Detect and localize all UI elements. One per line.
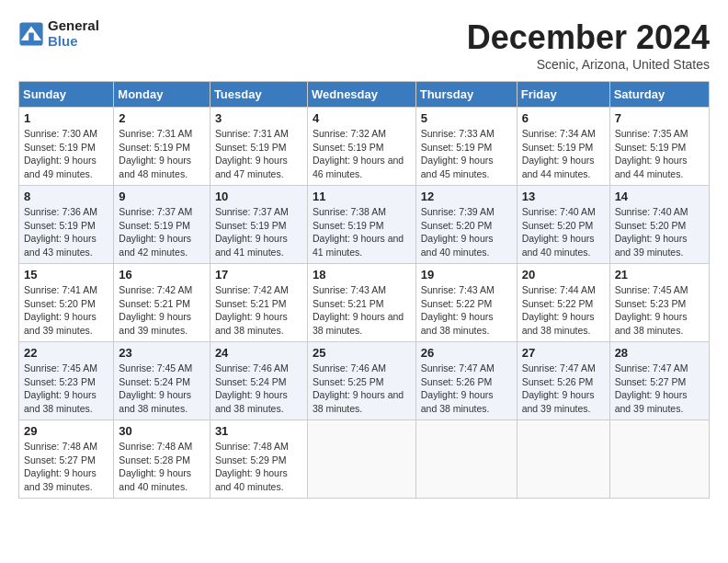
calendar-cell: 28 Sunrise: 7:47 AMSunset: 5:27 PMDaylig… <box>609 342 709 420</box>
day-info: Sunrise: 7:45 AMSunset: 5:23 PMDaylight:… <box>24 362 108 416</box>
day-info: Sunrise: 7:33 AMSunset: 5:19 PMDaylight:… <box>421 127 512 181</box>
day-number: 30 <box>119 424 205 438</box>
calendar-table: SundayMondayTuesdayWednesdayThursdayFrid… <box>18 81 710 499</box>
calendar-cell: 11 Sunrise: 7:38 AMSunset: 5:19 PMDaylig… <box>307 186 415 264</box>
day-info: Sunrise: 7:45 AMSunset: 5:24 PMDaylight:… <box>119 362 205 416</box>
calendar-cell: 3 Sunrise: 7:31 AMSunset: 5:19 PMDayligh… <box>210 108 307 186</box>
day-info: Sunrise: 7:34 AMSunset: 5:19 PMDaylight:… <box>522 127 605 181</box>
day-info: Sunrise: 7:37 AMSunset: 5:19 PMDaylight:… <box>215 205 302 259</box>
day-info: Sunrise: 7:47 AMSunset: 5:26 PMDaylight:… <box>522 362 605 416</box>
calendar-cell: 21 Sunrise: 7:45 AMSunset: 5:23 PMDaylig… <box>609 264 709 342</box>
month-title: December 2024 <box>467 18 710 57</box>
week-row-5: 29 Sunrise: 7:48 AMSunset: 5:27 PMDaylig… <box>19 420 710 499</box>
calendar-cell: 25 Sunrise: 7:46 AMSunset: 5:25 PMDaylig… <box>307 342 415 420</box>
day-info: Sunrise: 7:30 AMSunset: 5:19 PMDaylight:… <box>24 127 108 181</box>
day-info: Sunrise: 7:32 AMSunset: 5:19 PMDaylight:… <box>313 127 411 181</box>
calendar-cell: 22 Sunrise: 7:45 AMSunset: 5:23 PMDaylig… <box>19 342 114 420</box>
day-info: Sunrise: 7:47 AMSunset: 5:27 PMDaylight:… <box>615 362 704 416</box>
day-header-wednesday: Wednesday <box>307 82 415 108</box>
day-info: Sunrise: 7:43 AMSunset: 5:21 PMDaylight:… <box>313 283 411 338</box>
day-info: Sunrise: 7:46 AMSunset: 5:24 PMDaylight:… <box>215 362 302 416</box>
day-info: Sunrise: 7:43 AMSunset: 5:22 PMDaylight:… <box>421 283 512 338</box>
logo-icon <box>18 21 44 47</box>
calendar-cell: 29 Sunrise: 7:48 AMSunset: 5:27 PMDaylig… <box>19 420 114 499</box>
calendar-cell <box>609 420 709 499</box>
day-number: 9 <box>119 190 205 203</box>
calendar-cell: 31 Sunrise: 7:48 AMSunset: 5:29 PMDaylig… <box>210 420 307 499</box>
day-info: Sunrise: 7:44 AMSunset: 5:22 PMDaylight:… <box>522 283 605 338</box>
day-number: 23 <box>119 346 205 360</box>
day-number: 20 <box>522 268 605 282</box>
day-info: Sunrise: 7:39 AMSunset: 5:20 PMDaylight:… <box>421 205 512 259</box>
day-number: 26 <box>421 346 512 360</box>
day-number: 10 <box>215 190 302 203</box>
day-number: 27 <box>522 346 605 360</box>
calendar-cell: 17 Sunrise: 7:42 AMSunset: 5:21 PMDaylig… <box>210 264 307 342</box>
day-number: 25 <box>313 346 411 360</box>
day-info: Sunrise: 7:48 AMSunset: 5:27 PMDaylight:… <box>24 440 108 494</box>
day-number: 1 <box>24 111 108 125</box>
day-header-sunday: Sunday <box>19 82 114 108</box>
calendar-cell: 23 Sunrise: 7:45 AMSunset: 5:24 PMDaylig… <box>114 342 210 420</box>
calendar-cell: 4 Sunrise: 7:32 AMSunset: 5:19 PMDayligh… <box>307 108 415 186</box>
calendar-cell: 8 Sunrise: 7:36 AMSunset: 5:19 PMDayligh… <box>19 186 114 264</box>
calendar-cell <box>415 420 517 499</box>
logo-text: General Blue <box>48 18 99 49</box>
day-number: 28 <box>615 346 704 360</box>
day-number: 31 <box>215 424 302 438</box>
day-number: 19 <box>421 268 512 282</box>
day-number: 5 <box>421 111 512 125</box>
day-number: 17 <box>215 268 302 282</box>
day-number: 6 <box>522 111 605 125</box>
day-info: Sunrise: 7:37 AMSunset: 5:19 PMDaylight:… <box>119 205 205 259</box>
day-header-thursday: Thursday <box>415 82 517 108</box>
calendar-cell: 10 Sunrise: 7:37 AMSunset: 5:19 PMDaylig… <box>210 186 307 264</box>
day-header-saturday: Saturday <box>609 82 709 108</box>
calendar-cell: 27 Sunrise: 7:47 AMSunset: 5:26 PMDaylig… <box>517 342 609 420</box>
calendar-cell: 13 Sunrise: 7:40 AMSunset: 5:20 PMDaylig… <box>517 186 609 264</box>
day-number: 3 <box>215 111 302 125</box>
calendar-cell: 2 Sunrise: 7:31 AMSunset: 5:19 PMDayligh… <box>114 108 210 186</box>
calendar-cell: 26 Sunrise: 7:47 AMSunset: 5:26 PMDaylig… <box>415 342 517 420</box>
day-number: 12 <box>421 190 512 203</box>
calendar-cell: 16 Sunrise: 7:42 AMSunset: 5:21 PMDaylig… <box>114 264 210 342</box>
day-number: 8 <box>24 190 108 203</box>
calendar-cell: 14 Sunrise: 7:40 AMSunset: 5:20 PMDaylig… <box>609 186 709 264</box>
day-info: Sunrise: 7:41 AMSunset: 5:20 PMDaylight:… <box>24 283 108 338</box>
day-info: Sunrise: 7:48 AMSunset: 5:28 PMDaylight:… <box>119 440 205 494</box>
day-number: 14 <box>615 190 704 203</box>
logo: General Blue <box>18 18 99 49</box>
day-header-tuesday: Tuesday <box>210 82 307 108</box>
week-row-3: 15 Sunrise: 7:41 AMSunset: 5:20 PMDaylig… <box>19 264 710 342</box>
day-number: 29 <box>24 424 108 438</box>
day-header-friday: Friday <box>517 82 609 108</box>
page-header: General Blue December 2024 Scenic, Arizo… <box>18 18 710 72</box>
calendar-body: 1 Sunrise: 7:30 AMSunset: 5:19 PMDayligh… <box>19 108 710 499</box>
day-number: 2 <box>119 111 205 125</box>
calendar-cell: 15 Sunrise: 7:41 AMSunset: 5:20 PMDaylig… <box>19 264 114 342</box>
calendar-cell: 7 Sunrise: 7:35 AMSunset: 5:19 PMDayligh… <box>609 108 709 186</box>
day-number: 11 <box>313 190 411 203</box>
day-number: 13 <box>522 190 605 203</box>
day-info: Sunrise: 7:31 AMSunset: 5:19 PMDaylight:… <box>215 127 302 181</box>
day-number: 16 <box>119 268 205 282</box>
title-section: December 2024 Scenic, Arizona, United St… <box>467 18 710 72</box>
day-info: Sunrise: 7:40 AMSunset: 5:20 PMDaylight:… <box>615 205 704 259</box>
day-header-monday: Monday <box>114 82 210 108</box>
days-header-row: SundayMondayTuesdayWednesdayThursdayFrid… <box>19 82 710 108</box>
calendar-cell: 19 Sunrise: 7:43 AMSunset: 5:22 PMDaylig… <box>415 264 517 342</box>
day-number: 22 <box>24 346 108 360</box>
calendar-cell: 30 Sunrise: 7:48 AMSunset: 5:28 PMDaylig… <box>114 420 210 499</box>
location-title: Scenic, Arizona, United States <box>467 57 710 72</box>
calendar-cell: 6 Sunrise: 7:34 AMSunset: 5:19 PMDayligh… <box>517 108 609 186</box>
week-row-1: 1 Sunrise: 7:30 AMSunset: 5:19 PMDayligh… <box>19 108 710 186</box>
day-number: 18 <box>313 268 411 282</box>
week-row-2: 8 Sunrise: 7:36 AMSunset: 5:19 PMDayligh… <box>19 186 710 264</box>
day-number: 21 <box>615 268 704 282</box>
calendar-cell: 18 Sunrise: 7:43 AMSunset: 5:21 PMDaylig… <box>307 264 415 342</box>
day-info: Sunrise: 7:36 AMSunset: 5:19 PMDaylight:… <box>24 205 108 259</box>
day-info: Sunrise: 7:46 AMSunset: 5:25 PMDaylight:… <box>313 362 411 416</box>
day-info: Sunrise: 7:35 AMSunset: 5:19 PMDaylight:… <box>615 127 704 181</box>
calendar-cell: 24 Sunrise: 7:46 AMSunset: 5:24 PMDaylig… <box>210 342 307 420</box>
day-info: Sunrise: 7:40 AMSunset: 5:20 PMDaylight:… <box>522 205 605 259</box>
